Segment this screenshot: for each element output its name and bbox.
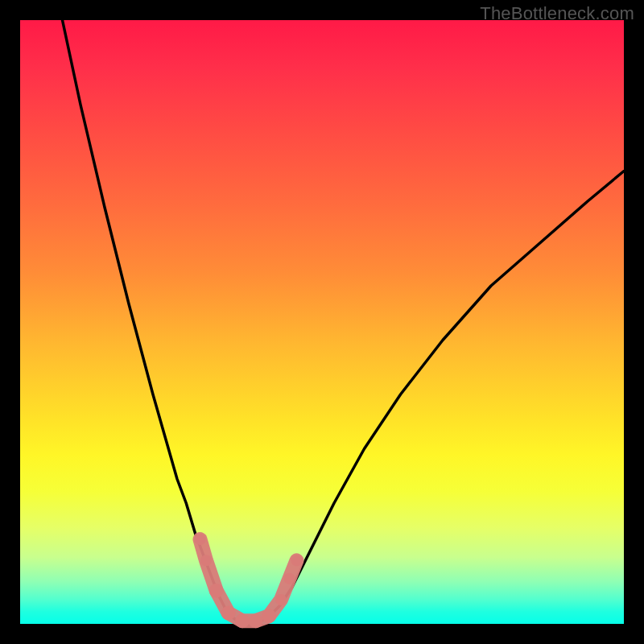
marker-band bbox=[200, 539, 297, 621]
series-group bbox=[63, 20, 625, 623]
marker-dot bbox=[249, 613, 263, 628]
marker-dot bbox=[235, 613, 250, 628]
marker-dot bbox=[275, 594, 287, 605]
marker-dot bbox=[262, 609, 276, 623]
marker-dot bbox=[221, 606, 236, 621]
chart-frame: TheBottleneck.com bbox=[0, 0, 644, 644]
marker-dot bbox=[209, 584, 224, 598]
marker-dot bbox=[284, 573, 295, 584]
chart-svg bbox=[20, 20, 624, 624]
plot-area bbox=[20, 20, 624, 624]
marker-dot bbox=[291, 555, 303, 566]
marker-dot bbox=[200, 555, 212, 566]
marker-group bbox=[195, 534, 303, 628]
series-right-branch bbox=[262, 171, 624, 621]
watermark-text: TheBottleneck.com bbox=[480, 3, 634, 24]
marker-dot bbox=[195, 534, 206, 545]
series-left-branch bbox=[63, 20, 238, 621]
